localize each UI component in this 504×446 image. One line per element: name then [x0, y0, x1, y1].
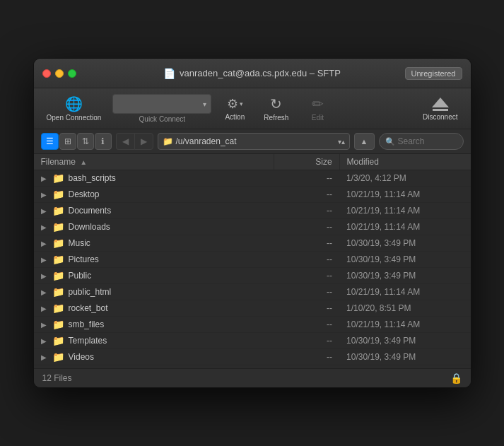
main-window: 📄 vanraden_cat@ada.cs.pdx.edu – SFTP Unr…	[33, 58, 471, 388]
table-row[interactable]: ▶ 📁 Templates -- 10/30/19, 3:49 PM	[34, 333, 471, 349]
maximize-button[interactable]	[68, 69, 76, 78]
search-input[interactable]	[398, 136, 457, 146]
filename-header[interactable]: Filename ▲	[34, 154, 274, 170]
file-modified-cell: 10/30/19, 3:49 PM	[339, 333, 470, 349]
table-row[interactable]: ▶ 📁 Desktop -- 10/21/19, 11:14 AM	[34, 187, 471, 203]
filename-text: Videos	[69, 352, 94, 362]
statusbar: 12 Files 🔒	[34, 368, 471, 387]
file-modified-cell: 10/30/19, 3:49 PM	[339, 349, 470, 365]
table-row[interactable]: ▶ 📁 public_html -- 10/21/19, 11:14 AM	[34, 284, 471, 300]
toolbar: 🌐 Open Connection ▾ Quick Connect ⚙ ▾ Ac…	[34, 88, 471, 129]
path-dropdown-icon[interactable]: ▾▴	[338, 138, 345, 146]
edit-label: Edit	[312, 114, 324, 122]
expand-arrow-icon: ▶	[41, 337, 48, 345]
file-name-cell: ▶ 📁 Videos	[34, 349, 274, 365]
filename-text: Public	[69, 271, 92, 281]
file-modified-cell: 10/21/19, 11:14 AM	[339, 284, 470, 300]
view-icons: ☰ ⊞ ⇅ ℹ	[41, 133, 112, 150]
filename-text: rocket_bot	[69, 303, 108, 313]
edit-button[interactable]: ✏ Edit	[300, 93, 335, 124]
table-row[interactable]: ▶ 📁 Videos -- 10/30/19, 3:49 PM	[34, 349, 471, 365]
sort-arrow-icon: ▲	[80, 158, 87, 166]
folder-icon: 📁	[52, 286, 64, 298]
sftp-icon: 📄	[163, 68, 175, 79]
file-name-cell: ▶ 📁 public_html	[34, 284, 274, 300]
file-name-cell: ▶ 📁 Public	[34, 268, 274, 284]
table-row[interactable]: ▶ 📁 smb_files -- 10/21/19, 11:14 AM	[34, 317, 471, 333]
quick-connect-area: ▾	[112, 94, 211, 114]
file-table: Filename ▲ Size Modified	[34, 154, 471, 170]
table-row[interactable]: ▶ 📁 rocket_bot -- 1/10/20, 8:51 PM	[34, 300, 471, 317]
forward-button[interactable]: ▶	[134, 133, 153, 150]
file-name-cell: ▶ 📁 Desktop	[34, 187, 274, 203]
refresh-icon: ↻	[270, 95, 282, 112]
table-row[interactable]: ▶ 📁 Pictures -- 10/30/19, 3:49 PM	[34, 252, 471, 268]
file-modified-cell: 10/30/19, 3:49 PM	[339, 268, 470, 284]
navbar: ☰ ⊞ ⇅ ℹ ◀ ▶ 📁 /u/vanraden_cat ▾▴ ▲ 🔍	[34, 129, 471, 154]
open-connection-button[interactable]: 🌐 Open Connection	[41, 93, 107, 124]
unregistered-badge: Unregistered	[405, 67, 462, 80]
icon-view-button[interactable]: ⊞	[59, 133, 76, 150]
file-size-cell: --	[274, 300, 339, 317]
quick-connect-label: Quick Connect	[112, 115, 211, 123]
folder-icon: 📁	[52, 172, 64, 184]
folder-icon: 📁	[52, 254, 64, 265]
disconnect-button[interactable]: Disconnect	[417, 93, 463, 124]
folder-icon: 📁	[52, 303, 64, 314]
table-row[interactable]: ▶ 📁 Public -- 10/30/19, 3:49 PM	[34, 268, 471, 284]
minimize-button[interactable]	[55, 69, 64, 78]
info-view-button[interactable]: ℹ	[95, 133, 112, 150]
file-size-cell: --	[274, 170, 339, 187]
table-row[interactable]: ▶ 📁 Downloads -- 10/21/19, 11:14 AM	[34, 219, 471, 235]
filename-text: smb_files	[69, 319, 105, 329]
expand-arrow-icon: ▶	[41, 240, 48, 247]
file-size-cell: --	[274, 252, 339, 268]
file-size-cell: --	[274, 203, 339, 219]
refresh-button[interactable]: ↻ Refresh	[258, 93, 294, 124]
quick-connect-dropdown[interactable]: ▾	[199, 94, 211, 114]
folder-icon: 📁	[52, 335, 64, 346]
filename-text: bash_scripts	[69, 173, 116, 183]
file-size-cell: --	[274, 349, 339, 365]
folder-icon: 📁	[52, 189, 64, 200]
titlebar-center: 📄 vanraden_cat@ada.cs.pdx.edu – SFTP	[42, 68, 462, 79]
filename-text: Downloads	[69, 222, 110, 232]
file-count: 12 Files	[42, 373, 72, 383]
path-bar[interactable]: 📁 /u/vanraden_cat ▾▴	[158, 133, 350, 150]
filename-text: Pictures	[69, 254, 99, 264]
parent-dir-button[interactable]: ▲	[354, 133, 375, 150]
file-list-container: ▶ 📁 bash_scripts -- 1/3/20, 4:12 PM ▶ 📁 …	[34, 170, 471, 368]
expand-arrow-icon: ▶	[41, 353, 48, 361]
list-view-button[interactable]: ☰	[41, 133, 59, 150]
disconnect-label: Disconnect	[423, 113, 457, 121]
file-modified-cell: 10/21/19, 11:14 AM	[339, 187, 470, 203]
table-row[interactable]: ▶ 📁 Music -- 10/30/19, 3:49 PM	[34, 235, 471, 252]
transfer-view-button[interactable]: ⇅	[77, 133, 94, 150]
file-size-cell: --	[274, 268, 339, 284]
file-modified-cell: 10/21/19, 11:14 AM	[339, 219, 470, 235]
file-name-cell: ▶ 📁 Downloads	[34, 219, 274, 235]
window-title: vanraden_cat@ada.cs.pdx.edu – SFTP	[180, 68, 341, 78]
expand-arrow-icon: ▶	[41, 223, 48, 231]
folder-icon: 📁	[52, 351, 64, 363]
close-button[interactable]	[42, 69, 51, 78]
filename-text: Desktop	[69, 189, 100, 199]
expand-arrow-icon: ▶	[41, 321, 48, 329]
expand-arrow-icon: ▶	[41, 305, 48, 312]
open-connection-icon: 🌐	[65, 95, 83, 112]
back-button[interactable]: ◀	[116, 133, 134, 150]
table-row[interactable]: ▶ 📁 bash_scripts -- 1/3/20, 4:12 PM	[34, 170, 471, 187]
refresh-label: Refresh	[264, 114, 288, 122]
file-modified-cell: 1/10/20, 8:51 PM	[339, 300, 470, 317]
titlebar: 📄 vanraden_cat@ada.cs.pdx.edu – SFTP Unr…	[34, 59, 471, 88]
search-icon: 🔍	[385, 137, 395, 146]
quick-connect-input[interactable]	[112, 94, 199, 114]
file-size-cell: --	[274, 187, 339, 203]
expand-arrow-icon: ▶	[41, 191, 48, 199]
file-name-cell: ▶ 📁 Templates	[34, 333, 274, 349]
filename-text: public_html	[69, 287, 112, 297]
action-button[interactable]: ⚙ ▾ Action	[217, 93, 252, 124]
modified-header[interactable]: Modified	[339, 154, 470, 170]
table-row[interactable]: ▶ 📁 Documents -- 10/21/19, 11:14 AM	[34, 203, 471, 219]
size-header[interactable]: Size	[274, 154, 339, 170]
